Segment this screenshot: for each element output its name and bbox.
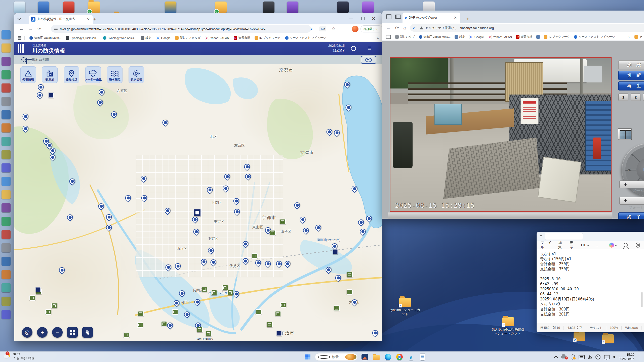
water-level-marker[interactable] (174, 262, 182, 270)
water-level-marker[interactable] (244, 172, 252, 181)
ptz-control-wheel[interactable]: PTZ ▲ ▼ ◀ ▶ (622, 143, 644, 196)
bookmark-item[interactable]: Y!Yahoo! JAPAN (203, 35, 231, 41)
back-icon[interactable]: ← (19, 26, 24, 32)
water-level-marker[interactable] (140, 194, 148, 202)
menu-edit[interactable]: 編集 (558, 241, 564, 250)
water-level-marker[interactable] (96, 99, 104, 107)
desktop-icon-recycle-bin[interactable] (14, 2, 25, 13)
water-level-marker[interactable] (325, 128, 334, 136)
map-tool-gear[interactable]: 表示切替 (129, 66, 144, 83)
desktop-icon-app-v-purple[interactable] (287, 2, 298, 13)
water-level-marker[interactable] (264, 260, 272, 268)
tray-overflow-chevron[interactable] (554, 355, 558, 359)
desktop-icon[interactable] (2, 110, 11, 119)
zoom-in-button[interactable]: ＋ (37, 327, 48, 338)
camera-marker[interactable] (197, 327, 203, 332)
zoom-level[interactable]: 100% (606, 326, 622, 330)
water-level-marker[interactable] (254, 259, 262, 267)
water-level-marker[interactable] (68, 177, 76, 186)
water-level-marker[interactable] (192, 228, 200, 236)
desktop-icon[interactable] (2, 283, 11, 292)
bookmark-item[interactable] (535, 34, 542, 39)
start-button[interactable] (303, 352, 312, 361)
camera-marker[interactable] (347, 272, 353, 277)
map-tool-flood[interactable]: 浸水想定 (107, 66, 123, 83)
camera-marker[interactable] (275, 311, 281, 316)
camera-marker[interactable] (138, 311, 144, 316)
bookmark-item[interactable]: GGoogle (154, 35, 172, 41)
water-level-marker[interactable] (97, 202, 105, 210)
bookmark-item[interactable]: IE ブックマーク (253, 35, 282, 40)
apps-grid-icon[interactable] (18, 36, 21, 40)
station-marker[interactable] (49, 93, 54, 98)
camera-marker[interactable] (267, 322, 273, 327)
camera-marker[interactable] (51, 303, 57, 308)
water-level-marker[interactable] (232, 197, 240, 205)
map-tool-warning[interactable]: !発表情報 (20, 66, 36, 83)
bookmark-item[interactable]: IE ブックマーク (542, 34, 572, 39)
camera-marker[interactable] (280, 219, 286, 224)
network-monitor-icon[interactable] (604, 355, 610, 359)
camera-marker[interactable] (211, 290, 217, 295)
water-level-marker[interactable] (37, 83, 45, 91)
zoom-plus[interactable]: + (624, 181, 627, 188)
weather-widget[interactable]: 8 34°C くもり時々晴れ (4, 352, 34, 360)
camera-marker[interactable] (270, 230, 276, 236)
station-marker[interactable] (36, 287, 41, 292)
map-tool-pin[interactable]: 登録地点 (64, 66, 79, 83)
desktop-shortcut[interactable]: ↗ (592, 334, 624, 344)
camera-marker[interactable] (206, 331, 212, 336)
menu-file[interactable]: ファイル (541, 241, 553, 250)
bookmark-item[interactable]: 気象庁 Japan Mete... (28, 35, 63, 40)
edge-active-tab[interactable]: e DVR ActiveX Viewer ✕ (403, 13, 460, 23)
taskbar-clock[interactable]: 15:29 2025/08/15 (619, 353, 634, 361)
camera-video-feed[interactable]: 2025-08-15 15:29:15 (390, 57, 612, 212)
water-level-marker[interactable] (178, 289, 186, 298)
settings-gear-icon[interactable] (636, 243, 640, 248)
desktop-icon[interactable] (2, 123, 11, 132)
water-level-marker[interactable] (365, 214, 373, 223)
desktop-icon-app-dark[interactable] (263, 2, 274, 13)
taskbar-search[interactable]: 検索 (315, 353, 358, 361)
water-level-marker[interactable] (221, 185, 230, 193)
water-level-marker[interactable] (325, 266, 333, 274)
water-level-marker[interactable] (124, 194, 132, 202)
water-level-marker[interactable] (97, 88, 106, 96)
camera-marker[interactable] (222, 285, 228, 290)
water-level-marker[interactable] (200, 258, 208, 266)
desktop-icon[interactable] (2, 163, 11, 172)
channel-3-button[interactable]: 3 (643, 94, 644, 101)
desktop-icon[interactable] (2, 137, 11, 146)
selected-station-marker[interactable] (193, 209, 201, 216)
water-level-marker[interactable] (223, 172, 231, 181)
play-button[interactable]: 再 生 (618, 81, 644, 90)
water-level-marker[interactable] (206, 186, 214, 194)
forward-icon[interactable]: → (28, 26, 33, 32)
map-tool-rain[interactable]: レーダー雨量 (85, 66, 101, 83)
desktop-icon[interactable] (2, 30, 11, 39)
water-level-marker[interactable] (110, 110, 118, 118)
water-level-marker[interactable] (161, 118, 170, 127)
taskbar-ie[interactable]: e (407, 352, 416, 361)
map-canvas[interactable]: 京都市右京区北区左京区大津市上京区中京区京都市東山区山科区下京区西京区伏見区長岡… (14, 64, 382, 341)
channel-1-button[interactable]: 1 (618, 94, 628, 101)
camera-marker[interactable] (45, 309, 51, 315)
water-level-marker[interactable] (241, 257, 250, 265)
water-level-marker[interactable] (283, 260, 292, 268)
notepad-tab[interactable] (545, 233, 583, 240)
water-level-marker[interactable] (49, 153, 57, 161)
camera-marker[interactable] (29, 295, 35, 301)
desktop-icon[interactable] (2, 270, 11, 279)
taskbar-notepad[interactable] (418, 352, 427, 361)
tab-close-icon[interactable]: ✕ (86, 17, 91, 21)
water-level-marker[interactable] (209, 258, 218, 266)
desktop-icon[interactable] (2, 150, 11, 159)
edge-reload-icon[interactable]: ⟳ (395, 25, 399, 31)
bookmark-item[interactable]: R楽天市場 (514, 34, 534, 39)
zoom-out-button[interactable]: − (52, 327, 63, 338)
desktop-icon[interactable] (2, 243, 11, 252)
refresh-icon[interactable] (350, 45, 357, 52)
desktop-icon-app-grid-blue[interactable] (38, 2, 49, 13)
chrome-address-bar[interactable]: river.go.jp/kawabou/mb?zm=12&clat=35.031… (51, 25, 311, 33)
ime-indicator[interactable]: あ (588, 355, 592, 359)
